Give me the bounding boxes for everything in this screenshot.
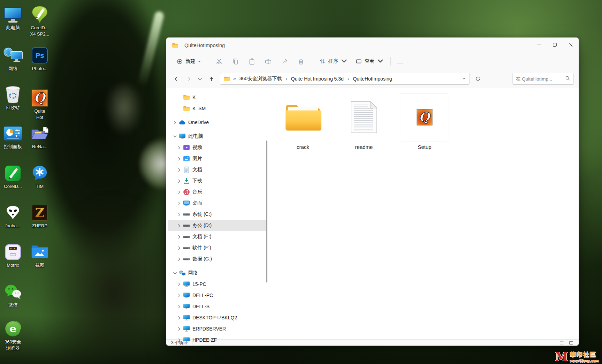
copy-button[interactable] [227, 55, 244, 67]
chevron-right-icon[interactable] [176, 202, 182, 205]
sidebar-item-desktop[interactable]: 桌面 [168, 198, 267, 209]
desktop-icon-network[interactable]: 网络 [0, 46, 28, 72]
desktop-icon-wechat[interactable]: 微信 [0, 282, 28, 308]
desktop-icon-quite-hot[interactable]: Q Quite Hot [24, 89, 55, 121]
breadcrumb-separator[interactable]: › [344, 76, 352, 82]
sidebar-item-dell-pc[interactable]: DELL-PC [168, 290, 267, 301]
desktop-icon-coreldraw-x4[interactable]: CorelD... X4 SP2... [24, 6, 55, 37]
sidebar-item-downloads[interactable]: 下载 [168, 175, 267, 187]
paste-button[interactable] [244, 55, 260, 67]
refresh-button[interactable] [472, 73, 483, 84]
desktop-icon-screenshot-folder[interactable]: 截图 [24, 243, 55, 268]
sort-button[interactable]: 排序 [315, 55, 351, 67]
chevron-right-icon[interactable] [176, 168, 182, 172]
chevron-right-icon[interactable] [176, 316, 182, 320]
sidebar-item-drive-f[interactable]: 软件 (F:) [168, 242, 267, 253]
navigation-pane[interactable]: K_ K_SM OneDrive 此电脑 视频 [166, 88, 268, 339]
chevron-right-icon[interactable] [176, 157, 182, 161]
chevron-right-icon[interactable] [176, 305, 182, 309]
chevron-right-icon[interactable] [176, 224, 182, 228]
address-dropdown-icon[interactable] [462, 76, 466, 82]
recent-locations-button[interactable] [194, 73, 206, 85]
breadcrumb-segment[interactable]: 360安全浏览器下载 [239, 75, 282, 83]
desktop-icon-this-pc[interactable]: 此电脑 [0, 6, 28, 31]
desktop-icon-zherp[interactable]: Z ZHERP [24, 204, 55, 229]
breadcrumb-segment[interactable]: QuiteHotImposing [352, 75, 393, 82]
address-row: « 360安全浏览器下载 › Quite Hot Imposing 5.3d ›… [166, 70, 579, 88]
sidebar-item-dell-s[interactable]: DELL-S [168, 301, 267, 312]
chevron-down-icon[interactable] [172, 271, 178, 275]
sidebar-item-onedrive[interactable]: OneDrive [168, 117, 267, 128]
chevron-right-icon[interactable] [176, 257, 182, 261]
file-crack[interactable]: crack [276, 92, 329, 150]
breadcrumb-overflow[interactable]: « [233, 76, 236, 82]
sidebar-item-pictures[interactable]: 图片 [168, 153, 267, 164]
sidebar-item-desktop-i7bklq2[interactable]: DESKTOP-I7BKLQ2 [168, 312, 267, 323]
sidebar-item-drive-g[interactable]: 数据 (G:) [168, 253, 267, 265]
search-box[interactable] [512, 73, 574, 85]
file-setup[interactable]: Q Setup [398, 92, 451, 150]
chevron-right-icon[interactable] [176, 179, 182, 183]
chevron-right-icon[interactable] [176, 282, 182, 286]
desktop-icon-360-browser[interactable]: e 360安全 浏览器 [0, 320, 28, 351]
chevron-right-icon[interactable] [176, 213, 182, 217]
chevron-down-icon[interactable] [172, 135, 178, 138]
see-more-button[interactable]: ... [394, 58, 407, 65]
desktop-icon-motrix[interactable]: m-o Motrix [0, 243, 28, 268]
breadcrumb-separator[interactable]: › [282, 76, 290, 82]
chevron-right-icon[interactable] [176, 235, 182, 239]
pictures-icon [183, 155, 190, 162]
sidebar-item-videos[interactable]: 视频 [168, 142, 267, 153]
cut-button[interactable] [211, 55, 227, 67]
sidebar-item-hpdee-zf[interactable]: HPDEE-ZF [168, 334, 267, 346]
sidebar-item-this-pc[interactable]: 此电脑 [168, 131, 267, 142]
details-view-icon[interactable] [559, 340, 564, 346]
chevron-right-icon[interactable] [172, 121, 178, 124]
desktop-icon-control-panel[interactable]: 控制面板 [0, 124, 28, 150]
view-button[interactable]: 查看 [351, 55, 388, 67]
chevron-right-icon[interactable] [176, 190, 182, 194]
desktop-icon-recycle-bin[interactable]: 回收站 [0, 85, 28, 111]
thumbnail-view-icon[interactable] [569, 340, 574, 346]
sidebar-item-drive-c[interactable]: 系统 (C:) [168, 209, 267, 220]
chevron-right-icon[interactable] [176, 327, 182, 331]
sidebar-item-15-pc[interactable]: 15-PC [168, 279, 267, 290]
desktop-icon-rename-tool[interactable]: ReNa... [24, 124, 55, 150]
sidebar-scrollbar[interactable] [266, 141, 267, 282]
back-button[interactable] [171, 73, 183, 85]
sidebar-item-music[interactable]: 音乐 [168, 187, 267, 198]
breadcrumb-bar[interactable]: « 360安全浏览器下载 › Quite Hot Imposing 5.3d ›… [220, 73, 470, 85]
chevron-right-icon[interactable] [176, 294, 182, 297]
new-button[interactable]: 新建 [173, 55, 205, 67]
rename-button[interactable] [260, 55, 276, 67]
sidebar-item-network[interactable]: 网络 [168, 267, 267, 279]
minimize-button[interactable] [531, 38, 547, 52]
chevron-right-icon[interactable] [176, 246, 182, 250]
sidebar-item-k[interactable]: K_ [168, 92, 267, 103]
desktop-icon-photoshop[interactable]: Ps Photo... [24, 46, 55, 72]
desktop-icon-foobar[interactable]: fooba... [0, 204, 28, 229]
desktop-icon-tim[interactable]: TIM [24, 164, 55, 190]
network-pc-icon [183, 292, 190, 299]
chevron-right-icon[interactable] [176, 338, 182, 342]
sidebar-item-documents[interactable]: 文档 [168, 164, 267, 175]
file-readme[interactable]: readme [337, 92, 390, 150]
forward-button[interactable] [183, 73, 194, 85]
maximize-button[interactable] [547, 38, 563, 52]
sidebar-item-drive-d[interactable]: 办公 (D:) [168, 220, 267, 231]
maximize-icon [551, 41, 558, 48]
share-button[interactable] [276, 55, 293, 67]
search-input[interactable] [516, 76, 565, 82]
title-bar[interactable]: QuiteHotImposing [166, 38, 579, 53]
desktop-icon-coreldraw[interactable]: CorelD... [0, 164, 28, 190]
up-button[interactable] [206, 73, 217, 85]
sidebar-item-drive-e[interactable]: 文档 (E:) [168, 231, 267, 242]
close-button[interactable] [563, 38, 579, 52]
paste-icon [248, 58, 256, 65]
file-list[interactable]: crack readme Q Setup [268, 88, 579, 339]
sidebar-item-erpdserver[interactable]: ERPDSERVER [168, 323, 267, 334]
breadcrumb-segment[interactable]: Quite Hot Imposing 5.3d [290, 75, 344, 82]
sidebar-item-k-sm[interactable]: K_SM [168, 103, 267, 114]
chevron-right-icon[interactable] [176, 146, 182, 150]
delete-button[interactable] [293, 55, 309, 67]
